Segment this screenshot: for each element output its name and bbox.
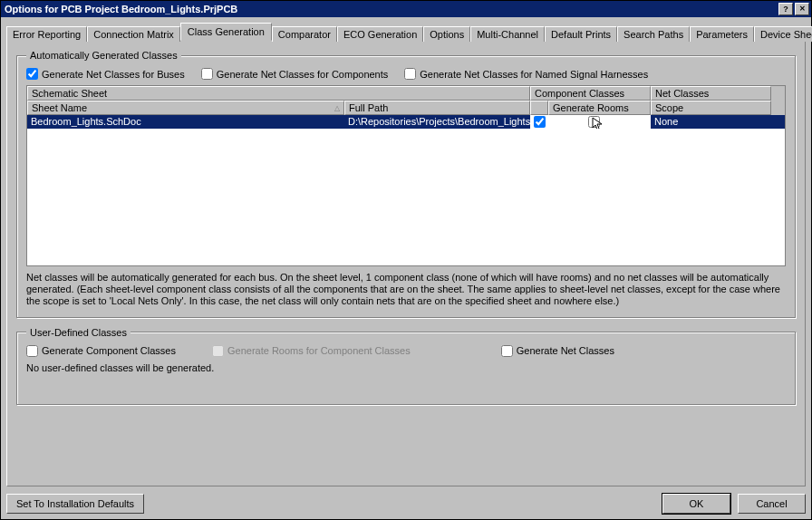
user-classes-group: User-Defined Classes Generate Component …: [16, 327, 796, 405]
auto-classes-group: Automatically Generated Classes Generate…: [16, 50, 796, 318]
cancel-button[interactable]: Cancel: [738, 494, 806, 514]
cell-generate-rooms[interactable]: [548, 115, 651, 129]
tab-device-sheets[interactable]: Device Sheets: [754, 26, 812, 42]
tab-connection-matrix[interactable]: Connection Matrix: [87, 26, 180, 42]
cb-net-classes-components-label: Generate Net Classes for Components: [217, 69, 389, 80]
cb-user-rooms-input: [212, 345, 224, 357]
tab-strip: Error Reporting Connection Matrix Class …: [6, 23, 806, 41]
tab-error-reporting[interactable]: Error Reporting: [6, 26, 87, 42]
table-row[interactable]: Bedroom_Lights.SchDoc D:\Repositories\Pr…: [27, 115, 785, 129]
cb-user-net-classes[interactable]: Generate Net Classes: [501, 345, 614, 357]
cell-scope[interactable]: None: [651, 115, 771, 129]
grid-col-full-path[interactable]: Full Path: [344, 101, 530, 115]
auto-classes-legend: Automatically Generated Classes: [26, 50, 181, 61]
help-button[interactable]: [778, 3, 793, 15]
tab-comparator[interactable]: Comparator: [272, 26, 337, 42]
grid-group-component-classes[interactable]: Component Classes: [530, 86, 651, 101]
cb-user-net-classes-input[interactable]: [501, 345, 513, 357]
cell-sheet-name[interactable]: Bedroom_Lights.SchDoc: [27, 115, 344, 129]
grid-col-sheet-name[interactable]: Sheet Name △: [27, 101, 344, 115]
auto-classes-note: Net classes will be automatically genera…: [26, 272, 786, 308]
cb-user-rooms-for-component-classes: Generate Rooms for Component Classes: [212, 345, 411, 357]
grid-col-sheet-name-label: Sheet Name: [32, 102, 87, 113]
user-classes-note: No user-defined classes will be generate…: [26, 362, 786, 373]
window-title: Options for PCB Project Bedroom_Lights.P…: [3, 4, 777, 14]
dialog-window: Options for PCB Project Bedroom_Lights.P…: [0, 0, 812, 520]
sheets-grid[interactable]: Schematic Sheet Component Classes Net Cl…: [26, 85, 786, 266]
cb-net-classes-components-input[interactable]: [201, 68, 213, 80]
grid-group-schematic[interactable]: Schematic Sheet: [27, 86, 530, 101]
cb-net-classes-buses[interactable]: Generate Net Classes for Buses: [26, 68, 185, 80]
grid-col-generate-rooms[interactable]: Generate Rooms: [548, 101, 651, 115]
tab-default-prints[interactable]: Default Prints: [545, 26, 617, 42]
grid-group-net-classes[interactable]: Net Classes: [651, 86, 771, 101]
ok-button[interactable]: OK: [662, 494, 730, 514]
tab-body: Automatically Generated Classes Generate…: [6, 40, 806, 486]
cb-user-rooms-label: Generate Rooms for Component Classes: [227, 345, 411, 356]
cb-net-classes-components[interactable]: Generate Net Classes for Components: [201, 68, 389, 80]
tab-class-generation[interactable]: Class Generation: [180, 23, 272, 41]
cb-user-component-classes-label: Generate Component Classes: [42, 345, 176, 356]
close-button[interactable]: [795, 3, 809, 15]
cell-full-path[interactable]: D:\Repositories\Projects\Bedroom_Lights\…: [344, 115, 530, 129]
cb-net-classes-buses-input[interactable]: [26, 68, 38, 80]
cb-user-component-classes[interactable]: Generate Component Classes: [26, 345, 176, 357]
set-defaults-button[interactable]: Set To Installation Defaults: [6, 494, 144, 514]
cell-generate-rooms-checkbox[interactable]: [588, 116, 600, 128]
user-classes-legend: User-Defined Classes: [26, 327, 130, 338]
sort-ascending-icon: △: [334, 104, 340, 112]
dialog-footer: Set To Installation Defaults OK Cancel: [1, 490, 811, 519]
cb-user-component-classes-input[interactable]: [26, 345, 38, 357]
cb-net-classes-harnesses[interactable]: Generate Net Classes for Named Signal Ha…: [404, 68, 648, 80]
tab-search-paths[interactable]: Search Paths: [617, 26, 690, 42]
cell-component-class-checkbox[interactable]: [530, 115, 548, 129]
cb-user-net-classes-label: Generate Net Classes: [517, 345, 614, 356]
cell-component-class-checkbox-input[interactable]: [534, 116, 546, 128]
tab-eco-generation[interactable]: ECO Generation: [337, 26, 423, 42]
tab-parameters[interactable]: Parameters: [690, 26, 754, 42]
cb-net-classes-harnesses-input[interactable]: [404, 68, 416, 80]
titlebar[interactable]: Options for PCB Project Bedroom_Lights.P…: [1, 1, 811, 17]
tab-multi-channel[interactable]: Multi-Channel: [470, 26, 545, 42]
grid-col-scope[interactable]: Scope: [651, 101, 771, 115]
grid-col-cc-checkbox[interactable]: [530, 101, 548, 115]
cb-net-classes-buses-label: Generate Net Classes for Buses: [42, 69, 185, 80]
cb-net-classes-harnesses-label: Generate Net Classes for Named Signal Ha…: [420, 69, 648, 80]
tab-options[interactable]: Options: [423, 26, 470, 42]
